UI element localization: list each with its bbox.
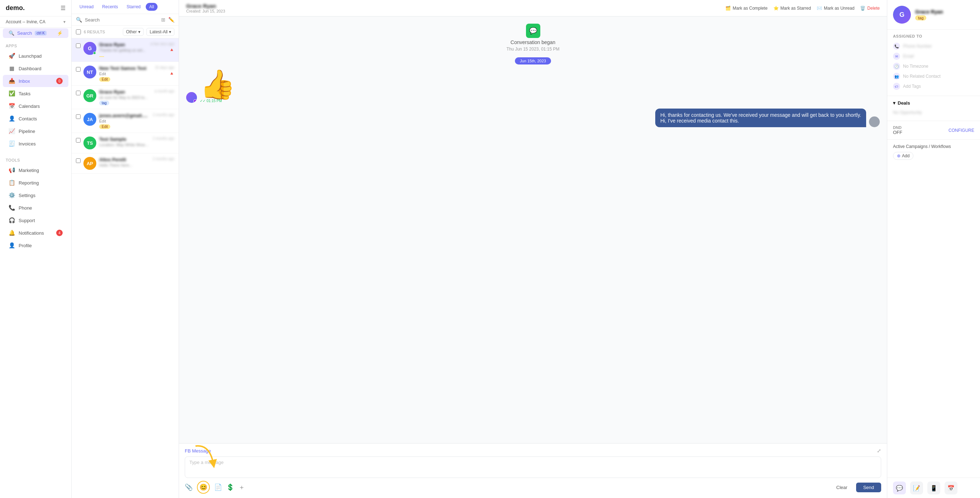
filter-icon[interactable]: ⊞ <box>161 17 165 22</box>
complete-icon: 🗂️ <box>725 6 731 11</box>
conv-checkbox[interactable] <box>76 158 81 163</box>
sidebar-item-notifications[interactable]: 🔔 Notifications 4 <box>3 227 68 239</box>
email-icon: ✉️ <box>817 6 822 11</box>
conv-checkbox[interactable] <box>76 138 81 143</box>
conv-time: a month ago <box>154 89 174 93</box>
inbox-badge: 0 <box>56 78 63 84</box>
sidebar-item-label: Reporting <box>19 180 39 185</box>
account-label: Account -- Irvine, CA <box>6 19 46 24</box>
hamburger-icon[interactable]: ☰ <box>60 5 65 11</box>
conv-info: Altos Perelli Hello There Here... <box>99 157 150 167</box>
notes-tab-icon[interactable]: 📝 <box>910 482 923 495</box>
list-item[interactable]: AP Altos Perelli Hello There Here... 2 m… <box>72 153 179 174</box>
conv-meta: 15 days ago 🔺 <box>155 65 175 76</box>
marketing-icon: 📢 <box>9 167 15 173</box>
online-indicator <box>93 52 96 54</box>
app-logo: demo. <box>6 4 25 12</box>
sidebar-item-support[interactable]: 🎧 Support <box>3 214 68 227</box>
sidebar-item-label: Invoices <box>19 141 36 147</box>
conv-checkbox[interactable] <box>76 114 81 119</box>
delete-button[interactable]: 🗑️ Delete <box>860 6 880 11</box>
conv-tag: tag <box>99 101 109 105</box>
conv-checkbox[interactable] <box>76 43 81 48</box>
conversation-began-text: Conversation began <box>511 40 555 45</box>
dnd-value: OFF <box>893 130 902 135</box>
sidebar-item-tasks[interactable]: ✅ Tasks <box>3 88 68 100</box>
account-selector[interactable]: Account -- Irvine, CA ▾ <box>0 16 71 27</box>
search-shortcut: ctrl K <box>35 31 46 35</box>
contact-details: Grace Ryan tag <box>915 9 943 21</box>
message-text: Hi, thanks for contacting us. We've rece… <box>660 112 861 124</box>
calendar-tab-icon[interactable]: 📅 <box>945 482 958 495</box>
notifications-icon: 🔔 <box>9 230 15 236</box>
apps-label: Apps <box>0 42 71 49</box>
dnd-label: DND <box>893 125 902 130</box>
emoji-button[interactable]: 😊 <box>197 481 210 494</box>
sidebar-item-label: Marketing <box>19 168 39 173</box>
sidebar-item-marketing[interactable]: 📢 Marketing <box>3 164 68 176</box>
star-icon: ⭐ <box>773 6 779 11</box>
document-icon[interactable]: 📄 <box>214 483 222 491</box>
configure-button[interactable]: CONFIGURE <box>948 128 974 133</box>
sidebar-item-calendars[interactable]: 📅 Calendars <box>3 100 68 112</box>
conv-preview: Location: Map White Wow tap app... <box>99 143 150 147</box>
contact-avatar: G <box>893 6 911 24</box>
conv-name: Grace Ryan <box>99 42 148 47</box>
mark-starred-button[interactable]: ⭐ Mark as Starred <box>773 6 811 11</box>
other-filter-label: Other <box>126 29 137 34</box>
add-tags-field-row[interactable]: 🏷 Add Tags <box>893 81 974 91</box>
lightning-icon: ⚡ <box>57 30 63 36</box>
mark-complete-button[interactable]: 🗂️ Mark as Complete <box>725 6 767 11</box>
conv-checkbox[interactable] <box>76 67 81 72</box>
message-incoming: 👍 ✓✓ 01:15 PM <box>186 70 880 103</box>
plus-icon[interactable]: ＋ <box>239 483 245 492</box>
attachment-icon[interactable]: 📎 <box>185 483 192 491</box>
tab-starred[interactable]: Starred <box>123 3 144 11</box>
conv-preview: Edit <box>99 119 150 123</box>
sidebar-item-inbox[interactable]: 📥 Inbox 0 <box>3 75 68 87</box>
sidebar-item-label: Profile <box>19 243 32 248</box>
conversations-tab-icon[interactable]: 💬 <box>893 482 906 495</box>
list-item[interactable]: G Grace Ryan Thanks for getting us set..… <box>72 38 179 62</box>
list-item[interactable]: TS Test Sample Location: Map White Wow t… <box>72 133 179 153</box>
sidebar-item-reporting[interactable]: 📋 Reporting <box>3 177 68 189</box>
conv-name: Altos Perelli <box>99 157 150 162</box>
conv-checkbox[interactable] <box>76 91 81 95</box>
add-campaign-button[interactable]: ⊕ Add <box>893 152 913 160</box>
conv-info: New Test Samos Test Edit Edit <box>99 65 152 82</box>
sidebar-item-contacts[interactable]: 👤 Contacts <box>3 112 68 124</box>
conv-flag: 🔺 <box>169 71 174 76</box>
message-input-box[interactable]: Type a message <box>185 456 881 478</box>
latest-filter-btn[interactable]: Latest-All ▾ <box>146 28 174 36</box>
sidebar-item-settings[interactable]: ⚙️ Settings <box>3 189 68 201</box>
add-tags-label: Add Tags <box>903 84 921 89</box>
clear-button[interactable]: Clear <box>831 483 853 492</box>
send-button[interactable]: Send <box>856 483 881 492</box>
dnd-row: DND OFF CONFIGURE <box>893 125 974 135</box>
sidebar-item-label: Notifications <box>19 230 44 236</box>
sidebar-item-phone[interactable]: 📞 Phone <box>3 202 68 214</box>
expand-icon[interactable]: ⤢ <box>877 448 881 453</box>
sidebar-item-profile[interactable]: 👤 Profile <box>3 239 68 252</box>
compose-icon[interactable]: ✏️ <box>168 17 174 22</box>
sidebar-item-dashboard[interactable]: ▦ Dashboard <box>3 62 68 75</box>
list-item[interactable]: JA jones.avern@gmail.com Edit Edit 2 mon… <box>72 109 179 133</box>
tab-recents[interactable]: Recents <box>99 3 121 11</box>
search-nav-item[interactable]: 🔍 Search ctrl K ⚡ <box>3 28 68 38</box>
list-item[interactable]: GR Grace Ryan ok sure for May is 2023 to… <box>72 86 179 109</box>
other-filter-btn[interactable]: Other ▾ <box>123 28 143 36</box>
sidebar-item-launchpad[interactable]: 🚀 Launchpad <box>3 50 68 62</box>
tab-unread[interactable]: Unread <box>76 3 97 11</box>
tab-all[interactable]: All <box>146 3 158 11</box>
sidebar-item-invoices[interactable]: 🧾 Invoices <box>3 137 68 150</box>
conversation-items: G Grace Ryan Thanks for getting us set..… <box>72 38 179 498</box>
select-all-checkbox[interactable] <box>76 29 81 34</box>
dollar-icon[interactable]: 💲 <box>226 483 234 491</box>
search-input[interactable] <box>85 17 158 22</box>
conv-preview: Thanks for getting us set... <box>99 48 148 52</box>
list-item[interactable]: NT New Test Samos Test Edit Edit 15 days… <box>72 62 179 86</box>
email-field-label: Email <box>903 54 914 59</box>
sidebar-item-pipeline[interactable]: 📈 Pipeline <box>3 125 68 137</box>
sms-tab-icon[interactable]: 📱 <box>928 482 940 495</box>
mark-unread-button[interactable]: ✉️ Mark as Unread <box>817 6 854 11</box>
